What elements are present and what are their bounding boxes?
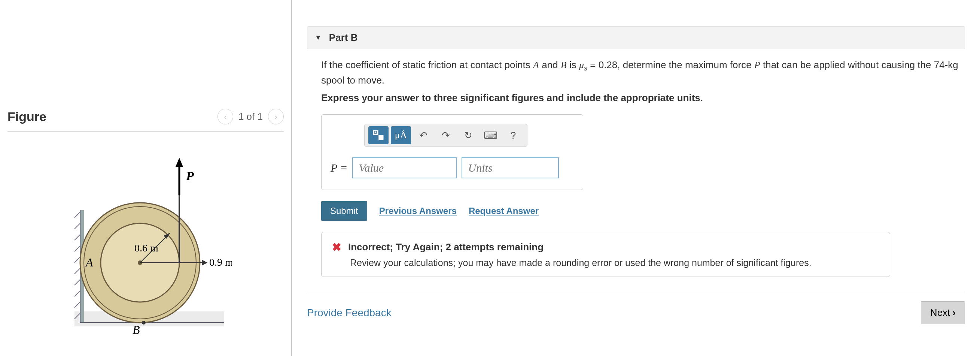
footer-row: Provide Feedback Next› [307, 292, 965, 324]
svg-line-4 [75, 223, 80, 229]
figure-canvas: P 0.6 m 0.9 m A B [8, 150, 284, 338]
next-label: Next [930, 307, 950, 318]
request-answer-link[interactable]: Request Answer [469, 206, 539, 216]
answer-variable-label: P = [331, 161, 348, 174]
submit-row: Submit Previous Answers Request Answer [321, 201, 961, 221]
label-r-outer: 0.9 m [209, 256, 232, 268]
q-mu-sub: s [584, 64, 587, 72]
figure-header: Figure ‹ 1 of 1 › [8, 109, 284, 131]
template-icon [373, 130, 384, 140]
next-button[interactable]: Next› [921, 301, 965, 324]
figure-next-button[interactable]: › [268, 109, 284, 125]
q-seg: = 0.28, determine the maximum force [587, 59, 754, 70]
label-r-inner: 0.6 m [134, 242, 158, 254]
help-icon: ? [511, 130, 516, 141]
feedback-header: ✖ Incorrect; Try Again; 2 attempts remai… [332, 241, 879, 254]
question-panel: ▼ Part B If the coefficient of static fr… [292, 0, 980, 356]
help-button[interactable]: ? [503, 126, 523, 144]
q-P: P [754, 59, 760, 70]
answer-box: μÅ ↶ ↷ ↻ ⌨ ? P = [321, 114, 583, 190]
svg-marker-20 [175, 158, 183, 167]
part-header[interactable]: ▼ Part B [307, 26, 965, 49]
label-A: A [85, 255, 93, 269]
svg-line-5 [75, 235, 80, 240]
svg-marker-24 [202, 260, 207, 266]
svg-point-25 [142, 321, 146, 324]
label-P: P [186, 169, 194, 183]
units-picker-button[interactable]: μÅ [391, 126, 411, 144]
svg-line-3 [75, 212, 80, 218]
incorrect-icon: ✖ [332, 241, 341, 254]
undo-icon: ↶ [419, 130, 428, 141]
submit-button[interactable]: Submit [321, 201, 367, 221]
feedback-title: Incorrect; Try Again; 2 attempts remaini… [348, 241, 544, 253]
svg-line-6 [75, 246, 80, 251]
figure-title: Figure [8, 109, 46, 124]
q-seg: that can be applied without causing the … [760, 59, 948, 70]
answer-instruction: Express your answer to three significant… [321, 92, 961, 104]
q-seg: is [567, 59, 579, 70]
q-mu: μ [579, 59, 584, 70]
q-kg: kg [948, 59, 958, 70]
undo-button[interactable]: ↶ [413, 126, 433, 144]
svg-rect-28 [379, 135, 383, 140]
question-text: If the coefficient of static friction at… [321, 58, 961, 87]
keyboard-button[interactable]: ⌨ [480, 126, 501, 144]
previous-answers-link[interactable]: Previous Answers [379, 206, 457, 216]
svg-line-9 [75, 279, 80, 285]
reset-icon: ↻ [464, 130, 473, 141]
figure-panel: Figure ‹ 1 of 1 › [0, 0, 292, 356]
feedback-message: Review your calculations; you may have m… [350, 257, 879, 268]
spool-diagram: P 0.6 m 0.9 m A B [59, 150, 232, 338]
redo-button[interactable]: ↷ [436, 126, 456, 144]
answer-input-row: P = [331, 157, 574, 178]
value-input[interactable] [352, 157, 457, 178]
feedback-box: ✖ Incorrect; Try Again; 2 attempts remai… [321, 232, 890, 277]
svg-line-8 [75, 268, 80, 274]
chevron-right-icon: › [950, 307, 956, 318]
question-body: If the coefficient of static friction at… [307, 49, 965, 277]
part-title: Part B [329, 32, 358, 43]
reset-button[interactable]: ↻ [458, 126, 478, 144]
svg-line-7 [75, 257, 80, 263]
figure-pager-label: 1 of 1 [239, 111, 263, 123]
units-icon-label: μÅ [395, 130, 407, 141]
q-seg: and [539, 59, 561, 70]
q-seg: If the coefficient of static friction at… [321, 59, 533, 70]
svg-line-11 [75, 302, 80, 308]
units-input[interactable] [461, 157, 559, 178]
provide-feedback-link[interactable]: Provide Feedback [307, 307, 391, 319]
answer-toolbar: μÅ ↶ ↷ ↻ ⌨ ? [364, 124, 527, 147]
svg-line-10 [75, 291, 80, 297]
figure-prev-button[interactable]: ‹ [218, 109, 233, 125]
keyboard-icon: ⌨ [484, 130, 498, 141]
redo-icon: ↷ [442, 130, 450, 141]
chevron-right-icon: › [275, 112, 277, 121]
q-A: A [533, 59, 539, 70]
chevron-left-icon: ‹ [224, 112, 227, 121]
figure-pager: ‹ 1 of 1 › [218, 109, 284, 125]
caret-down-icon: ▼ [315, 34, 321, 42]
label-B: B [132, 323, 140, 337]
q-B: B [561, 59, 567, 70]
template-picker-button[interactable] [368, 126, 388, 144]
q-seg: spool to move. [321, 75, 385, 86]
